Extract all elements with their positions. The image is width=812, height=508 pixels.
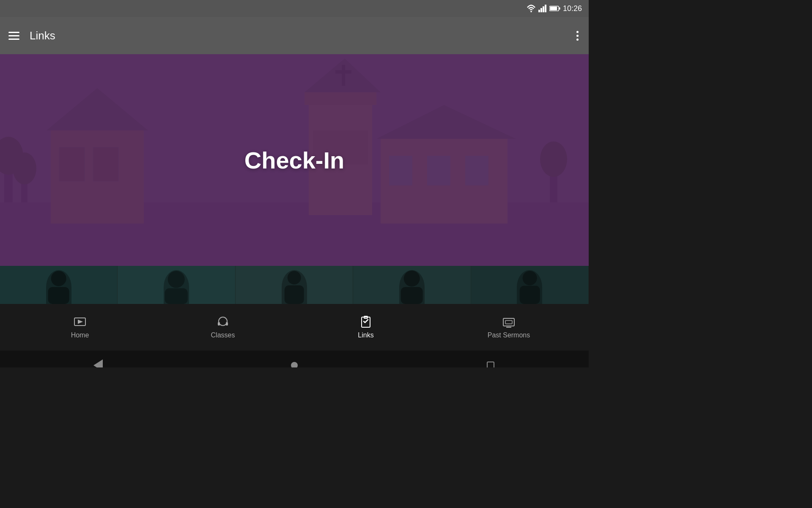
- svg-rect-38: [236, 266, 353, 304]
- svg-rect-54: [503, 318, 514, 326]
- nav-item-past-sermons[interactable]: Past Sermons: [483, 315, 534, 339]
- back-button[interactable]: [91, 358, 106, 367]
- wifi-icon: [527, 5, 536, 12]
- thumbnail-4[interactable]: [353, 266, 471, 304]
- svg-rect-37: [165, 288, 188, 304]
- system-nav-bar: [0, 351, 589, 367]
- svg-point-36: [168, 271, 185, 288]
- svg-rect-43: [401, 287, 423, 304]
- svg-rect-6: [550, 7, 557, 10]
- home-nav-icon: [73, 315, 87, 329]
- thumbnail-strip: [0, 266, 589, 304]
- more-options-button[interactable]: [575, 29, 580, 42]
- signal-icon: [538, 5, 547, 12]
- app-title: Links: [30, 29, 55, 42]
- app-bar: Links: [0, 17, 589, 54]
- svg-rect-46: [519, 286, 540, 304]
- home-circle-icon: [291, 362, 298, 367]
- back-arrow-icon: [93, 359, 103, 367]
- check-in-label[interactable]: Check-In: [244, 146, 345, 174]
- svg-rect-2: [540, 8, 542, 12]
- status-icons: 10:26: [527, 4, 582, 13]
- nav-label-classes: Classes: [211, 331, 235, 339]
- battery-icon: [549, 5, 560, 12]
- svg-rect-41: [353, 266, 470, 304]
- svg-rect-50: [218, 322, 220, 326]
- svg-rect-56: [505, 320, 512, 324]
- svg-rect-35: [118, 266, 235, 304]
- thumbnail-3[interactable]: [236, 266, 353, 304]
- links-nav-icon: [359, 315, 373, 329]
- nav-item-classes[interactable]: Classes: [198, 315, 248, 339]
- svg-rect-1: [538, 10, 540, 12]
- app-bar-left: Links: [8, 29, 55, 42]
- menu-button[interactable]: [8, 32, 19, 40]
- svg-point-42: [404, 271, 420, 287]
- nav-label-home: Home: [71, 331, 89, 339]
- svg-rect-32: [0, 266, 117, 304]
- nav-label-links: Links: [358, 331, 373, 339]
- nav-label-past-sermons: Past Sermons: [488, 331, 530, 339]
- status-bar: 10:26: [0, 0, 589, 17]
- svg-rect-4: [545, 5, 546, 12]
- recent-button[interactable]: [483, 358, 498, 367]
- svg-point-45: [522, 271, 537, 285]
- recent-square-icon: [487, 362, 494, 367]
- svg-point-39: [288, 271, 301, 284]
- hero-section[interactable]: Check-In: [0, 54, 589, 266]
- svg-rect-3: [543, 6, 544, 12]
- classes-nav-icon: [216, 315, 230, 329]
- status-time: 10:26: [563, 4, 582, 13]
- thumbnail-1[interactable]: [0, 266, 118, 304]
- past-sermons-nav-icon: [502, 315, 516, 329]
- svg-marker-48: [78, 320, 83, 324]
- home-button[interactable]: [287, 358, 302, 367]
- nav-item-links[interactable]: Links: [340, 315, 391, 339]
- svg-rect-40: [285, 285, 304, 304]
- nav-item-home[interactable]: Home: [55, 315, 105, 339]
- svg-point-0: [530, 11, 532, 12]
- svg-rect-44: [471, 266, 588, 304]
- thumbnail-2[interactable]: [118, 266, 235, 304]
- thumbnail-5[interactable]: [471, 266, 589, 304]
- bottom-nav: Home Classes Links Past Sermons: [0, 304, 589, 351]
- svg-rect-51: [226, 322, 228, 326]
- svg-point-33: [51, 271, 66, 286]
- svg-rect-34: [48, 287, 69, 304]
- svg-rect-7: [559, 7, 560, 10]
